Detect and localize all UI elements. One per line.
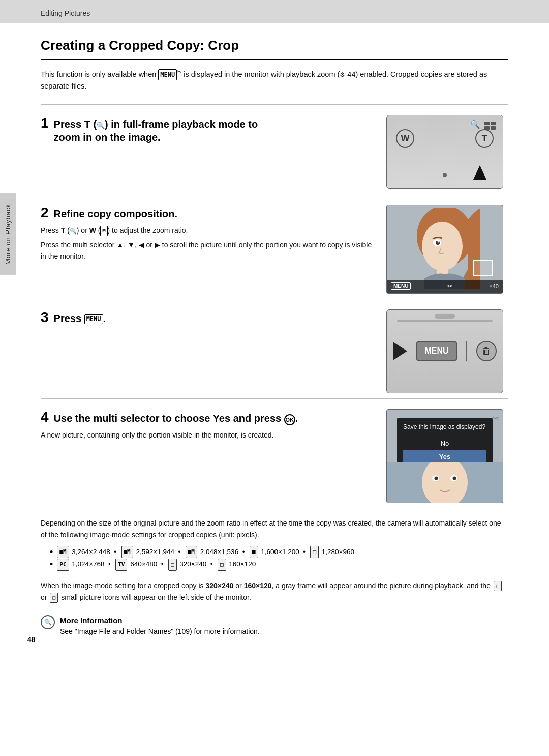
t-label: T (475, 129, 494, 148)
svg-point-7 (422, 462, 468, 503)
step-2-content: 2 Refine copy composition. Press T (🔍) o… (41, 205, 374, 262)
dialog-option-no: No (403, 437, 486, 450)
mode-160: □ (218, 559, 226, 571)
w-label: W (396, 129, 414, 148)
step-4-title: Use the multi selector to choose Yes and… (54, 412, 298, 425)
mode-1600: ■ (250, 546, 258, 558)
step-3-section: 3 Press MENU. MENU 🗑 (41, 299, 508, 398)
step-4-diagram: ✂ Save this image as displayed? No Yes (386, 409, 503, 503)
arrow-up (472, 165, 487, 186)
mode-640: TV (115, 559, 127, 571)
crop-box (473, 260, 493, 276)
mode-320: □ (168, 559, 177, 571)
more-info-title: More Information (60, 616, 123, 625)
save-dialog: Save this image as displayed? No Yes (397, 418, 493, 463)
bullet-item-1: ■M 3,264×2,448 • ■M 2,592×1,944 • ■M 2,0… (50, 546, 508, 558)
small-icon-2: □ (50, 593, 58, 603)
step-2-body: Press T (🔍) or W (⊞) to adjust the zoom … (41, 225, 374, 262)
step-2-header: 2 Refine copy composition. (41, 205, 374, 221)
mode-2048: ■M (186, 546, 197, 558)
step-4-section: 4 Use the multi selector to choose Yes a… (41, 398, 508, 508)
step-4-image: ✂ Save this image as displayed? No Yes (386, 409, 508, 503)
step-2-image: MENU ✂ ×40 (386, 205, 508, 294)
dot (443, 173, 447, 177)
step-3-header: 3 Press MENU. (41, 309, 374, 326)
svg-point-5 (438, 241, 439, 243)
bullet-item-2: PC 1,024×768 • TV 640×480 • □ 320×240 • … (50, 558, 508, 570)
step-2-number: 2 (41, 205, 49, 221)
step-4-number: 4 (41, 409, 49, 425)
step-2-title: Refine copy composition. (54, 207, 177, 220)
top-line (397, 320, 493, 322)
menu-icon: MENU (158, 69, 177, 81)
step-3-diagram: MENU 🗑 (386, 309, 503, 393)
step-1-diagram: 🔍 W T (386, 115, 503, 189)
note-section: Depending on the size of the original pi… (41, 517, 508, 541)
step-3-title: Press MENU. (54, 312, 106, 325)
dialog-title: Save this image as displayed? (403, 423, 486, 431)
step-4-header: 4 Use the multi selector to choose Yes a… (41, 409, 374, 425)
step-3-number: 3 (41, 309, 49, 326)
small-icon-1: □ (494, 581, 502, 592)
more-info-section: 🔍 More Information See "Image File and F… (41, 615, 508, 637)
more-info-body: See "Image File and Folder Names" (109) … (60, 627, 260, 635)
mode-3264: ■M (57, 546, 69, 558)
svg-point-9 (435, 476, 438, 480)
step-1-number: 1 (41, 115, 49, 131)
menu-button: MENU (416, 341, 456, 361)
mode-2592: ■M (121, 546, 133, 558)
step-3-content: 3 Press MENU. (41, 309, 374, 329)
scroll-wheel (435, 314, 455, 319)
scissors-icon: ✂ (492, 414, 499, 423)
page-number: 48 (27, 635, 36, 644)
step-2-diagram: MENU ✂ ×40 (386, 205, 503, 294)
svg-point-11 (453, 476, 456, 480)
note-text-2: When the image-mode setting for a croppe… (41, 580, 508, 603)
step-1-section: 1 Press T (🔍) in full-frame playback mod… (41, 104, 508, 194)
step-4-content: 4 Use the multi selector to choose Yes a… (41, 409, 374, 441)
divider (466, 341, 467, 361)
step-2-section: 2 Refine copy composition. Press T (🔍) o… (41, 194, 508, 299)
step-4-body: A new picture, containing only the porti… (41, 429, 374, 441)
scissors-badge: ✂ (447, 283, 452, 290)
dialog-option-yes: Yes (403, 450, 486, 463)
header-label: Editing Pictures (41, 9, 90, 17)
arrow-right-icon (393, 342, 407, 360)
step-3-image: MENU 🗑 (386, 309, 508, 393)
mode-1280: □ (310, 546, 319, 558)
svg-point-2 (422, 222, 463, 271)
intro-paragraph: This function is only available when MEN… (41, 68, 508, 92)
menu-label: MENU (84, 314, 103, 325)
page-title: Creating a Cropped Copy: Crop (41, 38, 508, 60)
step-1-image: 🔍 W T (386, 115, 508, 189)
menu-badge: MENU (391, 282, 411, 290)
more-info-text: More Information See "Image File and Fol… (60, 615, 260, 637)
trash-icon: 🗑 (476, 341, 497, 361)
svg-marker-0 (473, 165, 486, 180)
step-1-title: Press T (🔍) in full-frame playback mode … (54, 118, 258, 144)
step-1-content: 1 Press T (🔍) in full-frame playback mod… (41, 115, 374, 147)
step-2-bottom-bar: MENU ✂ ×40 (387, 280, 503, 293)
zoom-display: ×40 (489, 283, 499, 289)
mode-1024: PC (57, 559, 69, 571)
step-1-header: 1 Press T (🔍) in full-frame playback mod… (41, 115, 374, 144)
page-header: Editing Pictures (0, 0, 549, 23)
note-text: Depending on the size of the original pi… (41, 517, 508, 541)
more-info-icon: 🔍 (41, 615, 55, 629)
step-4-face (387, 462, 503, 503)
bullet-list: ■M 3,264×2,448 • ■M 2,592×1,944 • ■M 2,0… (50, 546, 508, 571)
page-content: Creating a Cropped Copy: Crop This funct… (0, 23, 549, 658)
zoom-area: W T (396, 125, 494, 153)
